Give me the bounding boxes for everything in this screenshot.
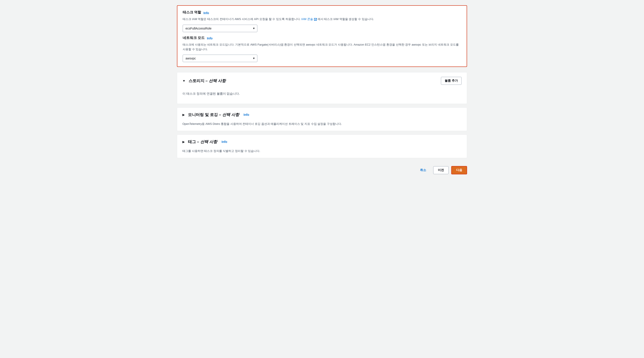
task-role-group: 태스크 역할 Info 태스크 IAM 역할은 태스크의 컨테이너가 AWS 서… — [183, 10, 461, 32]
tags-chevron-icon: ▶ — [182, 140, 185, 143]
tags-section: ▶ 태그 – 선택 사항 Info 태그를 사용하면 태스크 정의를 식별하고 … — [177, 134, 467, 158]
storage-section-title: 스토리지 – 선택 사항 — [188, 78, 226, 83]
storage-content: 이 태스크 정의에 연결된 볼륨이 없습니다. — [177, 89, 467, 104]
prev-button[interactable]: 이전 — [433, 166, 448, 174]
task-role-network-section: 태스크 역할 Info 태스크 IAM 역할은 태스크의 컨테이너가 AWS 서… — [177, 5, 467, 67]
task-role-description: 태스크 IAM 역할은 태스크의 컨테이너가 AWS 서비스에 API 요청을 … — [183, 17, 461, 22]
tags-description: 태그를 사용하면 태스크 정의를 식별하고 정리할 수 있습니다. — [177, 149, 467, 158]
page-container: 태스크 역할 Info 태스크 IAM 역할은 태스크의 컨테이너가 AWS 서… — [168, 0, 476, 184]
task-role-title: 태스크 역할 — [183, 10, 201, 15]
task-role-info-link[interactable]: Info — [203, 11, 209, 15]
action-bar: 취소 이전 다음 — [177, 162, 467, 179]
network-mode-title: 네트워크 모드 — [183, 36, 205, 40]
tags-section-title: 태그 – 선택 사항 — [188, 139, 217, 144]
network-mode-group: 네트워크 모드 Info 태스크에 사용되는 네트워크 모드입니다. 기본적으로… — [183, 36, 461, 62]
iam-console-link[interactable]: IAM 콘솔 — [301, 17, 318, 21]
monitoring-description: OpenTelemetry용 AWS Distro 통합을 사용하여 컨테이너 … — [177, 122, 467, 131]
storage-chevron-icon: ▼ — [182, 79, 186, 83]
task-role-select[interactable]: ecsFullAccessRole None — [183, 25, 258, 32]
monitoring-section-title: 모니터링 및 로깅 – 선택 사항 — [188, 112, 239, 117]
monitoring-header-left: ▶ 모니터링 및 로깅 – 선택 사항 Info — [182, 112, 249, 117]
task-role-select-wrapper: ecsFullAccessRole None ▼ — [183, 25, 258, 32]
next-button[interactable]: 다음 — [451, 166, 467, 174]
network-mode-select-wrapper: awsvpc bridge host none ▼ — [183, 55, 258, 62]
monitoring-info-link[interactable]: Info — [244, 113, 249, 116]
network-mode-description: 태스크에 사용되는 네트워크 모드입니다. 기본적으로 AWS Fargate(… — [183, 43, 461, 52]
tags-header-left: ▶ 태그 – 선택 사항 Info — [182, 139, 227, 144]
cancel-button[interactable]: 취소 — [416, 166, 430, 174]
storage-section-header[interactable]: ▼ 스토리지 – 선택 사항 볼륨 추가 — [177, 72, 467, 89]
add-volume-button[interactable]: 볼륨 추가 — [441, 77, 462, 85]
external-link-icon — [314, 18, 317, 21]
monitoring-section-header[interactable]: ▶ 모니터링 및 로깅 – 선택 사항 Info — [177, 108, 467, 122]
no-volume-text: 이 태스크 정의에 연결된 볼륨이 없습니다. — [182, 89, 462, 98]
monitoring-section: ▶ 모니터링 및 로깅 – 선택 사항 Info OpenTelemetry용 … — [177, 107, 467, 131]
network-mode-info-link[interactable]: Info — [207, 37, 212, 40]
tags-info-link[interactable]: Info — [222, 140, 227, 143]
storage-header-left: ▼ 스토리지 – 선택 사항 — [182, 78, 226, 83]
storage-section: ▼ 스토리지 – 선택 사항 볼륨 추가 이 태스크 정의에 연결된 볼륨이 없… — [177, 72, 467, 104]
network-mode-select[interactable]: awsvpc bridge host none — [183, 55, 258, 62]
task-role-header: 태스크 역할 Info — [183, 10, 461, 16]
network-mode-header: 네트워크 모드 Info — [183, 36, 461, 41]
tags-section-header[interactable]: ▶ 태그 – 선택 사항 Info — [177, 135, 467, 149]
monitoring-chevron-icon: ▶ — [182, 113, 185, 116]
